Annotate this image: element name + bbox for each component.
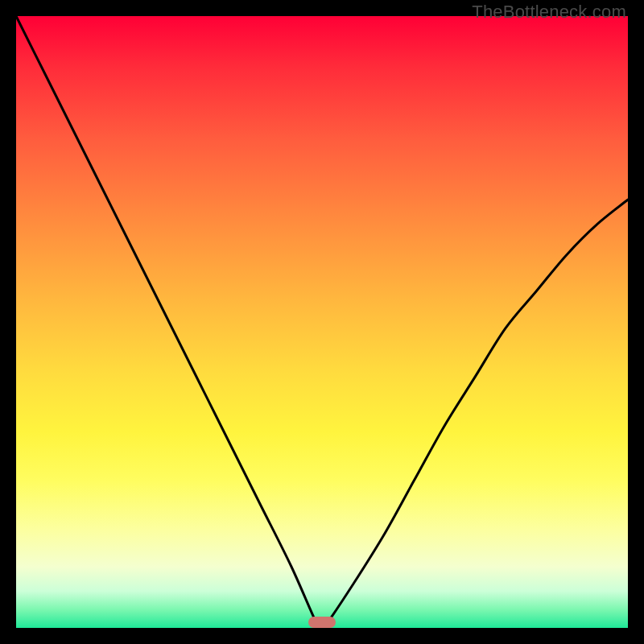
optimal-point-marker xyxy=(308,617,336,628)
plot-area xyxy=(16,16,628,628)
bottleneck-curve xyxy=(16,16,628,628)
chart-frame: TheBottleneck.com xyxy=(0,0,644,644)
bottleneck-curve-path xyxy=(16,16,628,629)
watermark-text: TheBottleneck.com xyxy=(472,2,626,23)
